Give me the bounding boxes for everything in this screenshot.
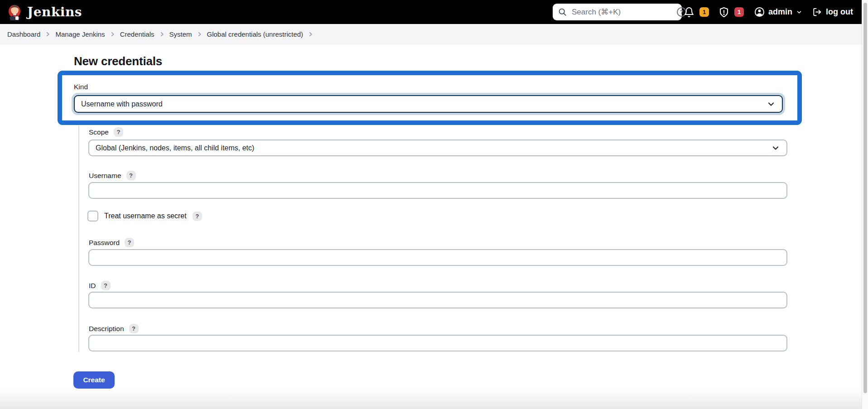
logout-icon [812,7,822,17]
chevron-right-icon[interactable] [307,31,314,38]
security-warning-count-badge[interactable]: 1 [734,7,744,17]
create-button[interactable]: Create [73,371,115,389]
jenkins-butler-logo-icon [8,4,22,20]
id-label-row: ID ? [89,281,111,290]
description-input[interactable] [88,335,787,351]
breadcrumb-item-credentials[interactable]: Credentials [120,30,154,38]
scope-label: Scope [89,128,109,136]
search-icon [558,8,567,16]
user-avatar-icon [754,7,765,17]
password-input[interactable] [88,249,787,266]
user-name-label: admin [768,7,792,17]
top-header-bar: Jenkins ? 1 1 [0,0,868,24]
user-menu[interactable]: admin [754,7,802,17]
treat-secret-label[interactable]: Treat username as secret [104,212,187,220]
treat-secret-row: Treat username as secret ? [87,211,202,221]
scope-label-row: Scope ? [89,127,123,137]
notifications-bell-icon[interactable] [684,7,694,18]
global-search-box[interactable]: ? [553,4,682,20]
description-label: Description [89,325,124,333]
breadcrumb-item-manage-jenkins[interactable]: Manage Jenkins [55,30,105,38]
chevron-right-icon[interactable] [196,31,203,38]
chevron-down-icon [796,9,802,15]
username-label: Username [89,172,121,180]
description-help-icon[interactable]: ? [129,324,139,333]
chevron-right-icon[interactable] [44,31,51,38]
chevron-right-icon[interactable] [159,31,165,38]
kind-select-value: Username with password [81,100,767,108]
chevron-down-icon [767,100,776,109]
notification-count-badge[interactable]: 1 [699,7,709,17]
scope-select-value: Global (Jenkins, nodes, items, all child… [96,144,771,152]
security-shield-icon[interactable] [719,7,729,18]
id-help-icon[interactable]: ? [101,281,111,290]
kind-label-row: Kind [74,83,88,91]
logout-button[interactable]: log out [812,7,853,17]
page-title: New credentials [74,54,162,68]
breadcrumb-item-global-credentials[interactable]: Global credentials (unrestricted) [207,30,304,38]
jenkins-home-link[interactable]: Jenkins [8,2,82,22]
scope-help-icon[interactable]: ? [114,127,123,137]
id-input[interactable] [88,292,787,308]
treat-secret-help-icon[interactable]: ? [193,212,202,221]
chevron-down-icon [771,144,780,153]
username-label-row: Username ? [89,171,136,180]
kind-label: Kind [74,83,88,91]
id-label: ID [89,282,96,290]
vertical-scrollbar[interactable] [862,0,868,409]
kind-select[interactable]: Username with password [74,95,783,113]
chevron-right-icon[interactable] [109,31,116,38]
search-input[interactable] [571,7,673,17]
logout-label: log out [826,7,853,17]
password-label-row: Password ? [89,238,134,247]
username-help-icon[interactable]: ? [126,171,136,180]
breadcrumb: Dashboard Manage Jenkins Credentials Sys… [0,24,862,44]
page-bottom-gradient [0,389,862,409]
username-input[interactable] [88,182,787,199]
description-label-row: Description ? [89,324,139,333]
password-label: Password [89,239,120,247]
breadcrumb-item-dashboard[interactable]: Dashboard [7,30,40,38]
treat-secret-checkbox[interactable] [87,211,98,221]
scrollbar-thumb[interactable] [863,3,867,393]
jenkins-wordmark: Jenkins [27,5,82,19]
password-help-icon[interactable]: ? [125,238,134,247]
breadcrumb-item-system[interactable]: System [169,30,192,38]
scope-select[interactable]: Global (Jenkins, nodes, items, all child… [88,140,787,156]
form-section-indent-line [78,126,79,352]
